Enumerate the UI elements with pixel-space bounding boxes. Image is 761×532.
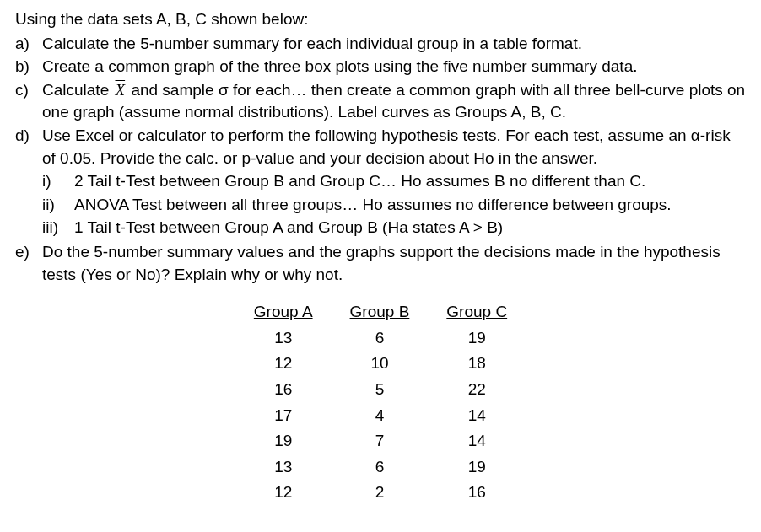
table-header-row: Group A Group B Group C xyxy=(235,299,526,325)
cell-b: 10 xyxy=(332,351,429,377)
cell-b: 6 xyxy=(332,325,429,352)
question-d-ii-marker: ii) xyxy=(42,194,74,217)
question-b-text: Create a common graph of the three box p… xyxy=(42,56,746,78)
cell-a: 19 xyxy=(235,428,332,454)
question-d-text: Use Excel or calculator to perform the f… xyxy=(42,126,731,167)
table-header-a: Group A xyxy=(235,299,332,325)
question-a-text: Calculate the 5-number summary for each … xyxy=(42,33,746,56)
question-c-text: Calculate X and sample σ for each… then … xyxy=(42,79,746,124)
question-d-iii-marker: iii) xyxy=(42,217,74,239)
cell-b: 2 xyxy=(332,480,429,506)
table-row: 13 6 19 xyxy=(235,454,526,481)
xbar-symbol: X xyxy=(114,81,127,99)
table-header-b: Group B xyxy=(332,299,429,325)
question-e-text: Do the 5-number summary values and the g… xyxy=(42,241,746,286)
cell-c: 19 xyxy=(428,325,526,352)
question-d-i-marker: i) xyxy=(42,170,74,193)
cell-b: 5 xyxy=(332,377,429,403)
question-d-ii: ii) ANOVA Test between all three groups…… xyxy=(42,194,746,217)
question-e: e) Do the 5-number summary values and th… xyxy=(15,241,746,286)
table-row: 17 4 14 xyxy=(235,403,526,429)
question-b-marker: b) xyxy=(15,56,42,78)
data-table: Group A Group B Group C 13 6 19 12 10 18… xyxy=(235,299,526,506)
cell-c: 14 xyxy=(428,428,526,454)
table-row: 16 5 22 xyxy=(235,377,526,403)
table-row: 12 10 18 xyxy=(235,351,526,377)
cell-a: 17 xyxy=(235,403,332,429)
question-d-i-text: 2 Tail t-Test between Group B and Group … xyxy=(74,170,645,193)
table-header-c: Group C xyxy=(428,299,526,325)
question-a-marker: a) xyxy=(15,33,42,56)
sigma-symbol: σ xyxy=(219,81,229,99)
cell-a: 12 xyxy=(235,480,332,506)
cell-c: 18 xyxy=(428,351,526,377)
question-d-sublist: i) 2 Tail t-Test between Group B and Gro… xyxy=(42,170,746,239)
question-d-i: i) 2 Tail t-Test between Group B and Gro… xyxy=(42,170,746,193)
question-a: a) Calculate the 5-number summary for ea… xyxy=(15,33,746,56)
cell-a: 16 xyxy=(235,377,332,403)
question-d-ii-text: ANOVA Test between all three groups… Ho … xyxy=(74,194,672,217)
question-d-marker: d) xyxy=(15,125,42,240)
table-row: 13 6 19 xyxy=(235,325,526,352)
table-row: 12 2 16 xyxy=(235,480,526,506)
cell-c: 16 xyxy=(428,480,526,506)
cell-b: 6 xyxy=(332,454,429,481)
question-d-content: Use Excel or calculator to perform the f… xyxy=(42,125,746,240)
cell-a: 13 xyxy=(235,454,332,481)
cell-a: 12 xyxy=(235,351,332,377)
cell-c: 14 xyxy=(428,403,526,429)
question-c-marker: c) xyxy=(15,79,42,124)
question-d-iii: iii) 1 Tail t-Test between Group A and G… xyxy=(42,217,746,239)
question-b: b) Create a common graph of the three bo… xyxy=(15,56,746,78)
cell-a: 13 xyxy=(235,325,332,352)
question-list: a) Calculate the 5-number summary for ea… xyxy=(15,33,746,287)
cell-b: 4 xyxy=(332,403,429,429)
cell-b: 7 xyxy=(332,428,429,454)
question-c-mid: and sample xyxy=(127,81,219,99)
cell-c: 22 xyxy=(428,377,526,403)
question-c: c) Calculate X and sample σ for each… th… xyxy=(15,79,746,124)
cell-c: 19 xyxy=(428,454,526,481)
question-d: d) Use Excel or calculator to perform th… xyxy=(15,125,746,240)
question-c-before: Calculate xyxy=(42,81,114,99)
question-d-iii-text: 1 Tail t-Test between Group A and Group … xyxy=(74,217,503,239)
question-e-marker: e) xyxy=(15,241,42,286)
table-row: 19 7 14 xyxy=(235,428,526,454)
intro-text: Using the data sets A, B, C shown below: xyxy=(15,8,746,31)
